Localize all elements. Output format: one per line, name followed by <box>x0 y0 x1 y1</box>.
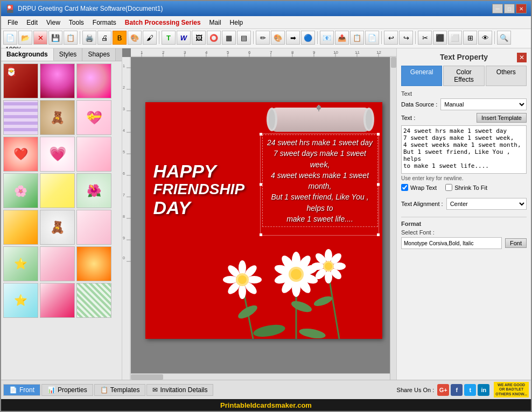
paste-btn[interactable]: 📄 <box>365 31 379 45</box>
horizontal-scrollbar[interactable] <box>131 373 390 380</box>
tab-invitation[interactable]: ✉ Invitation Details <box>146 384 213 396</box>
font-button[interactable]: Font <box>505 238 527 248</box>
data-source-select[interactable]: Manual <box>440 98 527 110</box>
data-source-row: Data Source : Manual <box>401 98 527 110</box>
vertical-scrollbar[interactable] <box>390 57 396 380</box>
font-input[interactable] <box>401 237 502 249</box>
thumb-16[interactable]: ⭐ <box>3 246 38 281</box>
menu-formats[interactable]: Formats <box>88 18 121 27</box>
undo-btn[interactable]: ↩ <box>384 31 398 45</box>
bottom-tabs: 📄 Front 📊 Properties 📋 Templates ✉ Invit… <box>3 384 397 396</box>
thumb-20[interactable] <box>40 283 75 318</box>
tab-backgrounds[interactable]: Backgrounds <box>1 48 54 61</box>
thumb-15[interactable] <box>76 210 111 245</box>
thumb-21[interactable] <box>76 283 111 318</box>
text-label: Text : <box>401 115 415 121</box>
copy-btn[interactable]: 📋 <box>350 31 364 45</box>
close-button[interactable]: ✕ <box>516 4 527 13</box>
thumb-13[interactable] <box>3 210 38 245</box>
fill-btn[interactable]: 🔵 <box>301 31 315 45</box>
menu-batch[interactable]: Batch Processing Series <box>121 18 205 27</box>
wrap-text-checkbox[interactable] <box>401 184 408 191</box>
tab-general[interactable]: General <box>401 66 442 86</box>
tab-styles[interactable]: Styles <box>54 48 83 61</box>
email-btn[interactable]: 📧 <box>320 31 334 45</box>
thumb-17[interactable] <box>40 246 75 281</box>
text-label-row: Text : Insert Template <box>401 113 527 123</box>
facebook-icon[interactable]: f <box>451 384 463 396</box>
menu-mail[interactable]: Mail <box>205 18 226 27</box>
thumb-7[interactable]: ❤️ <box>3 137 38 172</box>
twitter-icon[interactable]: t <box>464 384 476 396</box>
redo-btn[interactable]: ↪ <box>399 31 413 45</box>
menu-tools[interactable]: Tools <box>65 18 88 27</box>
save-as-btn[interactable]: 📋 <box>64 31 78 45</box>
image-btn[interactable]: 🖼 <box>192 31 206 45</box>
alignment-select[interactable]: Center Left Right <box>446 198 527 210</box>
thumb-18[interactable] <box>76 246 111 281</box>
batch-btn[interactable]: B <box>113 31 127 45</box>
tab-front[interactable]: 📄 Front <box>3 384 40 396</box>
grid-btn[interactable]: ⊞ <box>463 31 477 45</box>
brand-area: WE ARE GOODOR BAD?LETOTHERS KNOW... <box>494 382 529 397</box>
thumb-6[interactable]: 💝 <box>76 100 111 135</box>
align-btn[interactable]: ⬛ <box>433 31 447 45</box>
shape-btn[interactable]: ⭕ <box>207 31 221 45</box>
save-btn[interactable]: 💾 <box>48 31 62 45</box>
card-line3: DAY <box>153 198 245 218</box>
thumb-9[interactable] <box>76 137 111 172</box>
thumb-1[interactable]: 🎅 <box>3 63 38 98</box>
zoom-in-btn[interactable]: 🔍 <box>497 31 511 45</box>
new-btn[interactable]: 📄 <box>3 31 17 45</box>
insert-template-button[interactable]: Insert Template <box>477 113 527 123</box>
thumb-14[interactable]: 🧸 <box>40 210 75 245</box>
tab-properties[interactable]: 📊 Properties <box>41 384 93 396</box>
google-plus-icon[interactable]: G+ <box>437 384 449 396</box>
align2-btn[interactable]: ⬜ <box>448 31 462 45</box>
shrink-to-fit-checkbox[interactable] <box>445 184 452 191</box>
menu-file[interactable]: File <box>3 18 22 27</box>
open-btn[interactable]: 📂 <box>18 31 32 45</box>
restore-button[interactable]: □ <box>504 4 515 13</box>
tab-shapes[interactable]: Shapes <box>82 48 116 61</box>
thumbnail-scroll[interactable]: 🎅 🧸 💝 ❤️ 💗 🌸 🌺 <box>1 61 122 380</box>
share-btn[interactable]: 📤 <box>335 31 349 45</box>
design2-btn[interactable]: 🖌 <box>143 31 157 45</box>
thumb-2[interactable] <box>40 63 75 98</box>
thumb-3[interactable] <box>76 63 111 98</box>
qr-btn[interactable]: ▤ <box>237 31 251 45</box>
card-message-text[interactable]: 24 sweet hrs make 1 sweet day7 sweet day… <box>262 134 378 227</box>
thumb-4[interactable] <box>3 100 38 135</box>
menu-view[interactable]: View <box>42 18 65 27</box>
menu-edit[interactable]: Edit <box>22 18 42 27</box>
linkedin-icon[interactable]: in <box>478 384 489 396</box>
color-btn[interactable]: 🎨 <box>271 31 285 45</box>
thumb-12[interactable]: 🌺 <box>76 173 111 208</box>
text-section: Text Data Source : Manual Text : Insert … <box>401 90 527 194</box>
arrow-btn[interactable]: ➡ <box>286 31 300 45</box>
cut-btn[interactable]: ✂ <box>418 31 432 45</box>
barcode-btn[interactable]: ▦ <box>222 31 236 45</box>
thumb-8[interactable]: 💗 <box>40 137 75 172</box>
thumb-5[interactable]: 🧸 <box>40 100 75 135</box>
thumb-19[interactable]: ⭐ <box>3 283 38 318</box>
view-btn[interactable]: 👁 <box>478 31 492 45</box>
pen-btn[interactable]: ✏ <box>256 31 270 45</box>
tab-others[interactable]: Others <box>486 66 527 86</box>
minimize-button[interactable]: ─ <box>492 4 503 13</box>
thumb-11[interactable] <box>40 173 75 208</box>
text-textarea[interactable]: 24 sweet hrs make 1 sweet day 7 sweet da… <box>401 125 527 174</box>
thumbnail-grid: 🎅 🧸 💝 ❤️ 💗 🌸 🌺 <box>3 63 120 318</box>
close-btn[interactable]: ✕ <box>33 31 47 45</box>
tab-color-effects[interactable]: Color Effects <box>443 66 484 86</box>
text-btn[interactable]: T <box>162 31 176 45</box>
menu-help[interactable]: Help <box>226 18 248 27</box>
design-btn[interactable]: 🎨 <box>128 31 142 45</box>
wordart-btn[interactable]: W <box>177 31 191 45</box>
tab-templates[interactable]: 📋 Templates <box>94 384 146 396</box>
thumb-10[interactable]: 🌸 <box>3 173 38 208</box>
svg-text:3: 3 <box>123 107 125 111</box>
print2-btn[interactable]: 🖨 <box>97 31 111 45</box>
print-btn[interactable]: 🖨️ <box>82 31 96 45</box>
panel-close-button[interactable]: ✕ <box>517 53 527 62</box>
